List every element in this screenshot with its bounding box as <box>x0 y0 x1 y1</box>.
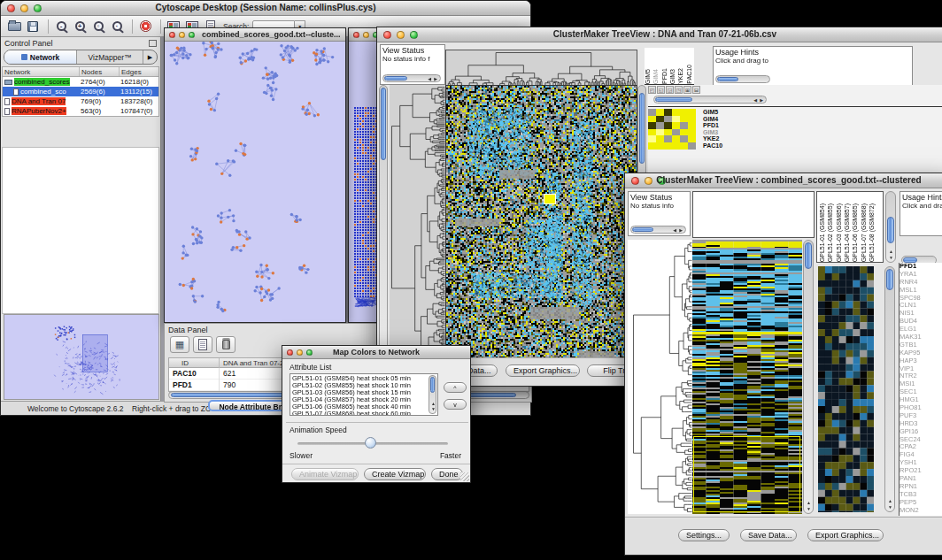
tab-network[interactable]: Network <box>4 50 77 64</box>
heatmap-cell[interactable] <box>688 122 696 129</box>
resize-grip[interactable] <box>460 472 469 481</box>
heatmap-cell[interactable] <box>672 135 680 142</box>
select-attributes-icon[interactable]: ▦ <box>170 336 189 353</box>
zoom-tool-icon-3[interactable]: ◳ <box>675 86 683 94</box>
zoom-selected-icon[interactable]: · <box>109 19 125 34</box>
heatmap-cell[interactable] <box>672 142 680 150</box>
heatmap-cell[interactable] <box>648 116 656 123</box>
zoom-in-icon[interactable]: + <box>72 19 88 34</box>
tv2-zoom-vscroll[interactable]: ▲ ▼ <box>884 266 895 512</box>
create-vizmap-button[interactable]: Create Vizmap <box>364 468 426 480</box>
tv2-column-dendrogram-area[interactable] <box>692 191 815 238</box>
zoom-tool-icon-4[interactable]: ⊞ <box>683 86 691 94</box>
heatmap-cell[interactable] <box>680 129 688 136</box>
delete-attribute-icon[interactable] <box>216 336 236 353</box>
tv2-collabel-vscroll[interactable]: ▲ ▼ <box>885 191 896 263</box>
tv2-export-graphics-button[interactable]: Export Graphics... <box>807 529 884 541</box>
heatmap-cell[interactable] <box>656 109 664 116</box>
heatmap-cell[interactable] <box>680 122 688 129</box>
network-view-canvas-1[interactable] <box>165 42 345 322</box>
zoom-fit-icon[interactable]: ▫ <box>90 19 106 34</box>
heatmap-cell[interactable] <box>680 135 688 142</box>
tv2-zoom-heatmap[interactable] <box>818 266 874 512</box>
heatmap-cell[interactable] <box>648 122 656 129</box>
heatmap-cell[interactable] <box>680 142 688 150</box>
heatmap-cell[interactable] <box>680 116 688 123</box>
tv2-settings-button[interactable]: Settings... <box>678 529 730 541</box>
close-button[interactable] <box>169 32 175 38</box>
heatmap-cell[interactable] <box>656 122 664 129</box>
heatmap-cell[interactable] <box>664 116 672 123</box>
help-icon[interactable] <box>137 19 153 34</box>
tv1-titlebar[interactable]: ClusterMaker TreeView : DNA and Tran 07-… <box>377 27 942 42</box>
slider-thumb[interactable] <box>365 437 376 449</box>
save-session-icon[interactable] <box>25 19 41 34</box>
zoom-out-icon[interactable]: - <box>53 19 69 34</box>
heatmap-cell[interactable] <box>656 142 664 150</box>
heatmap-cell[interactable] <box>688 116 696 123</box>
frame1-titlebar[interactable]: combined_scores_good.txt--cluste... <box>165 28 345 42</box>
tv1-left-vscroll[interactable] <box>379 85 388 359</box>
tv1-hints-hscroll[interactable] <box>715 75 770 83</box>
heatmap-cell[interactable] <box>664 109 672 116</box>
tv1-zoom-heatmap[interactable] <box>648 109 696 150</box>
close-button[interactable] <box>353 32 359 38</box>
zoom-tool-icon-0[interactable]: ◰ <box>648 86 656 94</box>
tv1-export-graphics-button[interactable]: Export Graphics... <box>506 364 580 377</box>
animate-vizmap-button[interactable]: Animate Vizmap <box>291 468 359 480</box>
network-row[interactable]: DNA and Tran 07769(0)183728(0) <box>3 96 158 106</box>
heatmap-cell[interactable] <box>688 135 696 142</box>
heatmap-cell[interactable] <box>680 109 688 116</box>
tv2-global-heatmap[interactable] <box>692 240 802 514</box>
attribute-list-vscroll[interactable]: ▲ ▼ <box>429 375 436 414</box>
tv2-main-vscroll[interactable]: ▲ ▼ <box>803 240 814 514</box>
dialog-titlebar[interactable]: Map Colors to Network <box>282 346 470 359</box>
network-row[interactable]: combined_sco2569(6)13112(15) <box>3 87 158 96</box>
tv2-status-hscroll[interactable]: ◀ ▶ <box>630 226 686 234</box>
tv1-global-heatmap[interactable] <box>445 85 637 361</box>
minimize-button[interactable] <box>179 32 185 38</box>
network-row[interactable]: RNAPuberNov2+563(0)107847(0) <box>3 106 158 116</box>
done-button[interactable]: Done <box>431 468 463 480</box>
tab-overflow-arrow[interactable]: ▶ <box>143 50 157 64</box>
heatmap-cell[interactable] <box>672 109 680 116</box>
heatmap-cell[interactable] <box>648 129 656 136</box>
heatmap-cell[interactable] <box>688 129 696 136</box>
heatmap-cell[interactable] <box>672 129 680 136</box>
attribute-list[interactable]: GPL51-01 (GSM854) heat shock 05 minGPL51… <box>290 373 438 416</box>
tv1-column-dendrogram[interactable] <box>445 50 637 87</box>
heatmap-cell[interactable] <box>664 135 672 142</box>
heatmap-cell[interactable] <box>656 116 664 123</box>
heatmap-cell[interactable] <box>688 142 696 150</box>
heatmap-cell[interactable] <box>672 122 680 129</box>
move-up-button[interactable]: ^ <box>444 382 467 393</box>
tab-vizmapper[interactable]: VizMapper™ <box>77 50 143 64</box>
heatmap-cell[interactable] <box>656 129 664 136</box>
network-row[interactable]: combined_scores2764(0)16218(0) <box>3 77 158 87</box>
main-titlebar[interactable]: Cytoscape Desktop (Session Name: collins… <box>1 1 530 16</box>
float-panel-icon[interactable] <box>149 40 157 47</box>
heatmap-cell[interactable] <box>656 135 664 142</box>
attribute-item[interactable]: GPL51-07 (GSM868) heat shock 60 min <box>292 410 436 416</box>
tv1-status-hscroll[interactable]: ◀ ▶ <box>382 74 441 82</box>
tv1-zoom-hscroll[interactable]: ◀ ▶ <box>653 96 767 104</box>
open-network-icon[interactable] <box>6 19 22 34</box>
heatmap-cell[interactable] <box>672 116 680 123</box>
network-table-header[interactable]: Network Nodes Edges <box>3 67 158 77</box>
heatmap-cell[interactable] <box>664 129 672 136</box>
move-down-button[interactable]: v <box>444 399 467 410</box>
heatmap-cell[interactable] <box>664 122 672 129</box>
heatmap-cell[interactable] <box>648 142 656 150</box>
tv1-row-dendrogram[interactable] <box>390 85 445 359</box>
zoom-tool-icon-2[interactable]: ◲ <box>666 86 674 94</box>
heatmap-cell[interactable] <box>664 142 672 150</box>
tv2-row-dendrogram[interactable] <box>628 240 692 514</box>
heatmap-cell[interactable] <box>648 109 656 116</box>
network-overview[interactable] <box>4 314 159 400</box>
zoom-tool-icon-1[interactable]: ◱ <box>657 86 665 94</box>
zoom-tool-icon-5[interactable]: ⊟ <box>692 86 700 94</box>
heatmap-cell[interactable] <box>688 109 696 116</box>
tv2-save-data-button[interactable]: Save Data... <box>740 529 797 541</box>
zoom-button[interactable] <box>189 32 195 38</box>
create-attribute-icon[interactable] <box>193 336 212 353</box>
